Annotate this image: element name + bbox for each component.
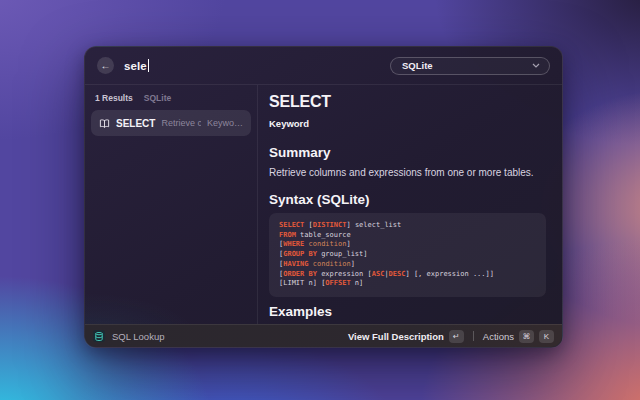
search-bar: ← sele SQLite bbox=[85, 47, 562, 85]
code-line: SELECT [DISTINCT] select_list bbox=[279, 221, 536, 231]
database-icon bbox=[93, 330, 105, 342]
result-type: Keywo… bbox=[207, 118, 243, 128]
back-arrow-icon: ← bbox=[101, 61, 111, 71]
footer-actions: View Full Description ↵ Actions ⌘ K bbox=[348, 330, 554, 343]
detail-panel: SELECT Keyword Summary Retrieve columns … bbox=[258, 85, 562, 324]
back-button[interactable]: ← bbox=[97, 57, 114, 74]
syntax-heading: Syntax (SQLite) bbox=[269, 192, 546, 208]
results-header: 1 Results SQLite bbox=[95, 93, 251, 103]
book-icon bbox=[99, 118, 110, 129]
detail-type-label: Keyword bbox=[269, 118, 546, 129]
code-line: [LIMIT n] [OFFSET n] bbox=[279, 279, 536, 289]
results-sidebar: 1 Results SQLite SELECT Retrieve colu… K… bbox=[85, 85, 258, 324]
results-scope-label: SQLite bbox=[144, 93, 171, 103]
scope-value: SQLite bbox=[402, 60, 433, 71]
summary-heading: Summary bbox=[269, 145, 546, 161]
detail-title: SELECT bbox=[269, 93, 546, 111]
actions-button[interactable]: Actions bbox=[483, 331, 514, 342]
app-name-label: SQL Lookup bbox=[112, 331, 164, 342]
result-subtitle: Retrieve colu… bbox=[161, 118, 201, 128]
examples-heading: Examples bbox=[269, 304, 546, 320]
desktop-background: ← sele SQLite 1 Results SQLite bbox=[0, 0, 640, 400]
code-line: [GROUP BY group_list] bbox=[279, 250, 536, 260]
code-line: [HAVING condition] bbox=[279, 260, 536, 270]
syntax-code-block: SELECT [DISTINCT] select_listFROM table_… bbox=[269, 213, 546, 297]
result-title: SELECT bbox=[116, 118, 155, 129]
language-scope-dropdown[interactable]: SQLite bbox=[390, 57, 550, 75]
action-bar: SQL Lookup View Full Description ↵ Actio… bbox=[85, 324, 562, 347]
sql-lookup-window: ← sele SQLite 1 Results SQLite bbox=[84, 46, 563, 348]
code-line: FROM table_source bbox=[279, 231, 536, 241]
cmd-key-badge: ⌘ bbox=[519, 330, 534, 343]
summary-text: Retrieve columns and expressions from on… bbox=[269, 166, 546, 179]
window-body: 1 Results SQLite SELECT Retrieve colu… K… bbox=[85, 85, 562, 324]
app-identity: SQL Lookup bbox=[93, 330, 348, 342]
code-line: [WHERE condition] bbox=[279, 240, 536, 250]
results-count-label: 1 Results bbox=[95, 93, 133, 103]
k-key-badge: K bbox=[539, 330, 554, 343]
search-input[interactable]: sele bbox=[124, 59, 390, 72]
footer-divider bbox=[473, 331, 474, 341]
code-line: [ORDER BY expression [ASC|DESC] [, expre… bbox=[279, 270, 536, 280]
result-item-select[interactable]: SELECT Retrieve colu… Keywo… bbox=[91, 110, 251, 136]
return-key-badge: ↵ bbox=[449, 330, 464, 343]
text-cursor bbox=[148, 59, 149, 72]
search-query-text: sele bbox=[124, 60, 147, 72]
view-full-description-button[interactable]: View Full Description bbox=[348, 331, 444, 342]
chevron-down-icon bbox=[532, 63, 540, 68]
